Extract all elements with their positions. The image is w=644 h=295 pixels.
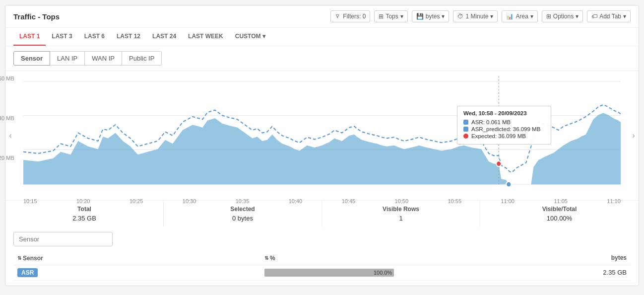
stat-visible-rows: Visible Rows 1 [322,201,480,227]
filter-icon: ⛛ [335,13,341,20]
custom-chevron-icon: ▾ [262,33,265,40]
stat-visible-total-label: Visible/Total [488,206,631,213]
time-tabs: LAST 1 LAST 3 LAST 6 LAST 12 LAST 24 LAS… [5,28,639,46]
add-tab-label: Add Tab [599,13,621,20]
table-header-row: ⇅ Sensor ⇅ % bytes [13,251,631,265]
chart-next-button[interactable]: › [629,121,639,150]
area-chevron-icon: ▾ [530,13,533,20]
subtab-publicip[interactable]: Public IP [122,51,162,66]
options-chevron-icon: ▾ [576,13,579,20]
col-bytes-label: bytes [611,254,627,261]
tops-label: Tops [386,13,398,20]
app-header: Traffic - Tops ⛛ Filters: 0 ⊞ Tops ▾ 💾 b… [5,5,639,28]
chart-prev-button[interactable]: ‹ [5,121,15,150]
header-controls: ⛛ Filters: 0 ⊞ Tops ▾ 💾 bytes ▾ ⏱ 1 Minu… [330,10,631,22]
chart-svg: 60 MB 40 MB 20 MB [23,76,621,195]
stat-visible-rows-label: Visible Rows [330,206,472,213]
tab-last24[interactable]: LAST 24 [146,28,182,46]
options-button[interactable]: ⊞ Options ▾ [542,10,583,22]
stat-total: Total 2.35 GB [5,201,164,227]
bytes-chevron-icon: ▾ [442,13,445,20]
stat-visible-rows-value: 1 [330,215,472,222]
add-tab-chevron-icon: ▾ [623,13,626,20]
stat-visible-total-value: 100.00% [488,215,631,222]
hdd-icon: 💾 [416,13,424,20]
y-label-20mb: 20 MB [0,155,14,161]
subtab-lanip[interactable]: LAN IP [50,51,85,66]
col-bytes: bytes [398,251,631,265]
data-table: ⇅ Sensor ⇅ % bytes [13,251,631,281]
add-tab-button[interactable]: 🏷 Add Tab ▾ [587,10,631,22]
svg-point-9 [496,161,501,166]
tops-chevron-icon: ▾ [400,13,403,20]
app-title: Traffic - Tops [13,12,60,21]
table-section: ⇅ Sensor ⇅ % bytes [5,227,639,286]
search-input[interactable] [13,232,113,246]
sort-pct-icon: ⇅ [264,255,268,261]
table-row: ASR 100.0% 2.35 GB [13,265,631,280]
stat-visible-total: Visible/Total 100.00% [480,201,639,227]
tab-last12[interactable]: LAST 12 [111,28,146,46]
col-sensor[interactable]: ⇅ Sensor [13,251,260,265]
filters-button[interactable]: ⛛ Filters: 0 [330,10,370,22]
subtab-sensor[interactable]: Sensor [13,51,50,66]
grid-icon: ⊞ [546,13,551,20]
cell-sensor: ASR [13,265,260,280]
col-sensor-label: Sensor [23,255,43,262]
interval-button[interactable]: ⏱ 1 Minute ▾ [453,10,498,22]
tab-last1[interactable]: LAST 1 [13,28,46,46]
svg-point-10 [506,182,511,187]
tab-last6[interactable]: LAST 6 [78,28,111,46]
progress-bar: 100.0% [264,269,394,277]
subtab-wanip[interactable]: WAN IP [85,51,122,66]
stat-selected: Selected 0 bytes [164,201,322,227]
bytes-button[interactable]: 💾 bytes ▾ [412,10,450,22]
stat-total-label: Total [13,206,155,213]
options-label: Options [553,13,574,20]
bytes-label: bytes [426,13,440,20]
clock-icon: ⏱ [457,13,463,20]
tab-custom[interactable]: CUSTOM ▾ [229,28,271,46]
stats-row: Total 2.35 GB Selected 0 bytes Visible R… [5,200,639,227]
sort-icon: ⇅ [17,255,21,261]
cell-bytes: 2.35 GB [398,265,631,280]
interval-chevron-icon: ▾ [490,13,493,20]
col-pct-label: % [270,255,275,262]
tag-icon: 🏷 [591,13,597,20]
area-label: Area [515,13,528,20]
chart-inner: 60 MB 40 MB 20 MB 60 MB 40 MB 20 MB [23,76,621,195]
stat-total-value: 2.35 GB [13,215,155,222]
stat-selected-label: Selected [172,206,314,213]
progress-label: 100.0% [374,270,392,276]
stat-selected-value: 0 bytes [172,215,314,222]
chart-area: ‹ › 60 MB 40 MB 20 MB [5,71,639,200]
col-pct[interactable]: ⇅ % [260,251,398,265]
interval-label: 1 Minute [465,13,488,20]
area-button[interactable]: 📊 Area ▾ [502,10,537,22]
filters-label: Filters: 0 [343,13,366,20]
svg-marker-7 [23,113,621,184]
tops-button[interactable]: ⊞ Tops ▾ [374,10,407,22]
chart-icon: 📊 [506,13,514,20]
tab-last3[interactable]: LAST 3 [46,28,78,46]
tab-lastweek[interactable]: LAST WEEK [182,28,229,46]
sensor-badge: ASR [17,268,38,277]
cell-pct: 100.0% [260,265,398,280]
y-label-60mb: 60 MB [0,76,14,81]
table-icon: ⊞ [379,13,384,20]
sub-tabs: Sensor LAN IP WAN IP Public IP [5,46,639,71]
